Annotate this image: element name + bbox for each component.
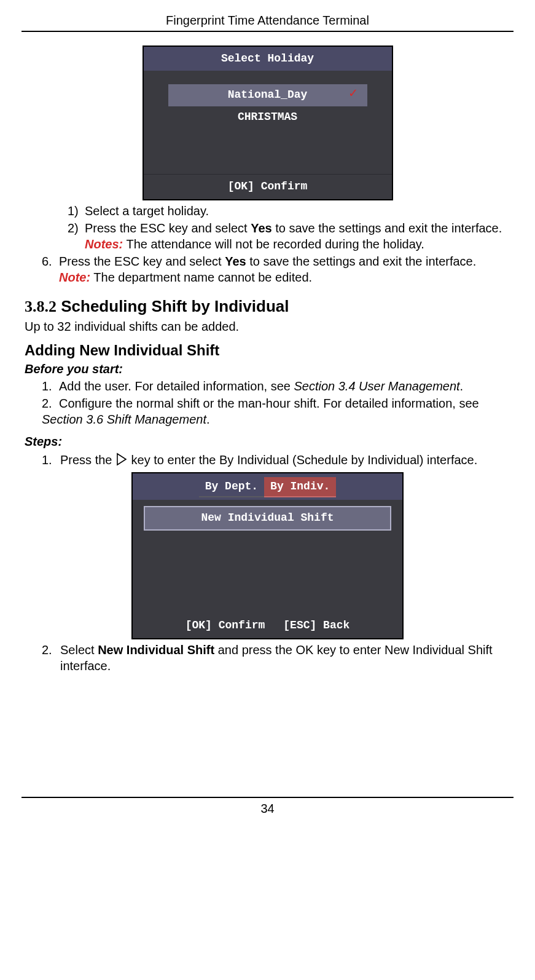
terminal-title: Select Holiday bbox=[144, 47, 392, 71]
page-number: 34 bbox=[21, 797, 514, 816]
step-text: to save the settings and exit the interf… bbox=[246, 255, 477, 268]
terminal-footer-esc: [ESC] Back bbox=[283, 618, 350, 633]
step-number: 1) bbox=[68, 203, 85, 219]
step-text: . bbox=[206, 413, 210, 426]
step-number: 2) bbox=[68, 220, 85, 236]
terminal-screenshot-select-holiday: Select Holiday National_Day ✓ CHRISTMAS … bbox=[143, 45, 393, 200]
step-2-continuation: interface. bbox=[60, 658, 510, 674]
note-text: The department name cannot be edited. bbox=[90, 271, 312, 284]
bys-step-2: 2.Configure the normal shift or the man-… bbox=[42, 395, 510, 427]
sub-step-2: 2)Press the ESC key and select Yes to sa… bbox=[68, 220, 510, 252]
terminal-row: CHRISTMAS bbox=[144, 106, 392, 128]
sub-steps-list: 1)Select a target holiday. 2)Press the E… bbox=[68, 203, 510, 252]
step-number: 1. bbox=[42, 452, 60, 468]
main-steps-list: 6.Press the ESC key and select Yes to sa… bbox=[42, 253, 510, 285]
step-text: Configure the normal shift or the man-ho… bbox=[59, 397, 479, 410]
terminal-body: New Individual Shift bbox=[133, 500, 402, 614]
step-number: 6. bbox=[42, 253, 59, 269]
step-text: Press the ESC key and select bbox=[85, 221, 251, 235]
terminal-row-selected: National_Day ✓ bbox=[168, 84, 367, 106]
tab-by-dept: By Dept. bbox=[199, 477, 264, 497]
terminal-tabbar: By Dept. By Indiv. bbox=[133, 473, 402, 500]
heading-title: Scheduling Shift by Individual bbox=[57, 297, 289, 315]
svg-marker-0 bbox=[117, 454, 126, 465]
bys-step-1: 1.Add the user. For detailed information… bbox=[42, 378, 510, 394]
steps-label: Steps: bbox=[25, 433, 510, 449]
heading-adding-shift: Adding New Individual Shift bbox=[25, 341, 510, 360]
intro-text: Up to 32 individual shifts can be added. bbox=[25, 318, 510, 334]
step-number: 2. bbox=[42, 395, 59, 411]
terminal-screenshot-by-individual: By Dept. By Indiv. New Individual Shift … bbox=[131, 472, 404, 639]
step-text: . bbox=[460, 379, 464, 393]
italic-ref: Section 3.6 Shift Management bbox=[42, 413, 206, 426]
terminal-footer: [OK] Confirm [ESC] Back bbox=[133, 614, 402, 638]
step-number: 2. bbox=[42, 642, 60, 658]
note-label: Note: bbox=[59, 271, 90, 284]
main-step-6: 6.Press the ESC key and select Yes to sa… bbox=[42, 253, 510, 285]
terminal-body: National_Day ✓ CHRISTMAS bbox=[144, 71, 392, 174]
document-header: Fingerprint Time Attendance Terminal bbox=[21, 12, 514, 32]
step-text: Add the user. For detailed information, … bbox=[59, 379, 294, 393]
step-text: and press the OK key to enter New Indivi… bbox=[214, 643, 492, 657]
before-you-start-label: Before you start: bbox=[25, 361, 510, 377]
heading-3-8-2: 3.8.2 Scheduling Shift by Individual bbox=[25, 296, 510, 317]
step-text: Press the ESC key and select bbox=[59, 255, 225, 268]
tab-by-indiv: By Indiv. bbox=[264, 477, 336, 497]
step-text: Select bbox=[60, 643, 98, 657]
before-you-start-list: 1.Add the user. For detailed information… bbox=[42, 378, 510, 427]
bold-text: Yes bbox=[251, 221, 271, 235]
step-number: 1. bbox=[42, 378, 59, 394]
bold-text: New Individual Shift bbox=[98, 643, 214, 657]
bold-text: Yes bbox=[225, 255, 246, 268]
italic-ref: Section 3.4 User Management bbox=[294, 379, 459, 393]
step-text: key to enter the By Individual (Schedule… bbox=[128, 453, 477, 467]
terminal-list-item-selected: New Individual Shift bbox=[144, 506, 391, 530]
terminal-footer-ok: [OK] Confirm bbox=[185, 618, 265, 633]
terminal-item-label: National_Day bbox=[228, 89, 308, 101]
heading-number: 3.8.2 bbox=[25, 298, 57, 315]
right-triangle-icon bbox=[115, 452, 128, 470]
step-2-line: 2.Select New Individual Shift and press … bbox=[42, 642, 510, 658]
step-text: Select a target holiday. bbox=[85, 204, 209, 218]
step-text: to save the settings and exit the interf… bbox=[272, 221, 502, 235]
terminal-footer: [OK] Confirm bbox=[144, 174, 392, 199]
notes-label: Notes: bbox=[85, 237, 123, 251]
notes-text: The attendance will not be recorded duri… bbox=[123, 237, 424, 251]
sub-step-1: 1)Select a target holiday. bbox=[68, 203, 510, 219]
check-icon: ✓ bbox=[349, 85, 357, 103]
step-text: Press the bbox=[60, 453, 115, 467]
step-1-line: 1.Press the key to enter the By Individu… bbox=[42, 452, 510, 470]
